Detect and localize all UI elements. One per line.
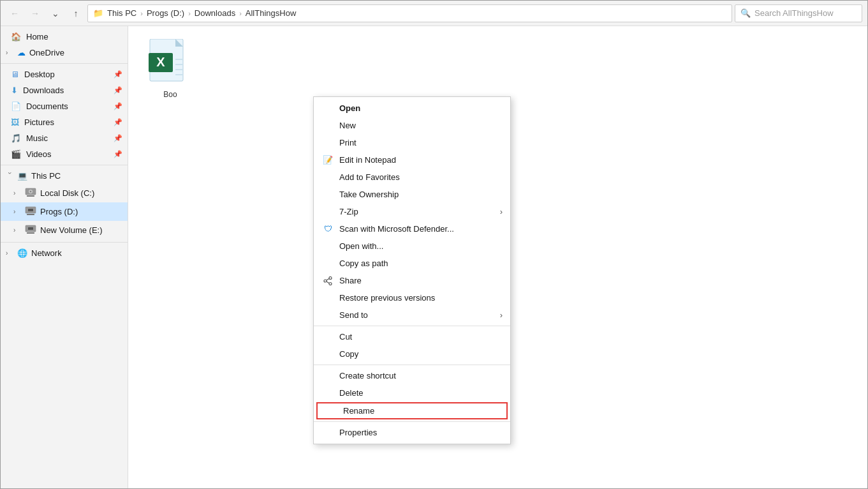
- sidebar-label-videos: Videos: [26, 149, 52, 159]
- cm-label-rename: Rename: [343, 406, 374, 416]
- sidebar-label-thispc: This PC: [31, 171, 61, 181]
- share-icon: [321, 276, 334, 285]
- forward-button[interactable]: →: [26, 4, 44, 22]
- cm-item-open-with[interactable]: Open with...: [314, 237, 510, 255]
- cm-label-add-favorites: Add to Favorites: [339, 172, 400, 182]
- chevron-onedrive: ›: [6, 49, 13, 56]
- cm-item-share[interactable]: Share: [314, 272, 510, 289]
- defender-icon: 🛡: [321, 224, 334, 234]
- cm-label-cut: Cut: [339, 332, 352, 342]
- address-part-downloads: Downloads: [195, 8, 235, 18]
- sidebar-label-network: Network: [31, 248, 62, 258]
- svg-rect-1: [27, 195, 34, 197]
- search-bar[interactable]: 🔍 Search AllThingsHow: [735, 4, 862, 22]
- cm-label-7zip: 7-Zip: [339, 207, 358, 216]
- cm-item-rename[interactable]: Rename: [316, 402, 508, 419]
- progsd-icon: [25, 206, 36, 218]
- recent-button[interactable]: ⌄: [47, 4, 64, 22]
- cm-item-cut[interactable]: Cut: [314, 328, 510, 345]
- videos-icon: 🎬: [11, 149, 21, 159]
- content-area: X Boo Open New P: [128, 26, 867, 488]
- sidebar-item-pictures[interactable]: 🖼 Pictures 📌: [1, 114, 128, 130]
- svg-point-20: [324, 280, 327, 282]
- cm-label-copy-path: Copy as path: [339, 259, 388, 268]
- cm-item-print[interactable]: Print: [314, 134, 510, 151]
- divider-1: [1, 63, 128, 64]
- sidebar-item-localc[interactable]: › Local Disk (C:): [1, 184, 128, 202]
- chevron-localc: ›: [13, 190, 21, 197]
- cm-label-new: New: [339, 121, 356, 130]
- chevron-thispc: ›: [6, 172, 13, 180]
- cm-item-add-favorites[interactable]: Add to Favorites: [314, 169, 510, 186]
- cm-item-open[interactable]: Open: [314, 100, 510, 117]
- sidebar-label-progsd: Progs (D:): [40, 207, 78, 216]
- network-icon: 🌐: [17, 248, 27, 258]
- onedrive-icon: ☁: [17, 48, 26, 57]
- sidebar-label-onedrive: OneDrive: [29, 48, 64, 57]
- sidebar-label-localc: Local Disk (C:): [40, 188, 94, 198]
- address-part-thispc: This PC: [107, 8, 136, 18]
- address-bar[interactable]: 📁 This PC › Progs (D:) › Downloads › All…: [87, 4, 732, 22]
- sidebar-item-desktop[interactable]: 🖥 Desktop 📌: [1, 66, 128, 82]
- svg-line-23: [327, 282, 329, 283]
- desktop-icon: 🖥: [11, 70, 19, 79]
- cm-label-restore-versions: Restore previous versions: [339, 293, 435, 303]
- cm-item-scan-defender[interactable]: 🛡 Scan with Microsoft Defender...: [314, 220, 510, 237]
- cm-label-print: Print: [339, 138, 357, 147]
- sidebar-item-videos[interactable]: 🎬 Videos 📌: [1, 146, 128, 162]
- localc-icon: [25, 187, 36, 199]
- back-button[interactable]: ←: [6, 4, 24, 22]
- cm-label-create-shortcut: Create shortcut: [339, 371, 396, 380]
- pin-icon-music: 📌: [114, 134, 122, 142]
- home-icon: 🏠: [11, 32, 21, 41]
- svg-point-19: [329, 276, 332, 279]
- sidebar-item-downloads[interactable]: ⬇ Downloads 📌: [1, 82, 128, 98]
- sidebar: 🏠 Home › ☁ OneDrive 🖥 Desktop 📌 ⬇ Downlo…: [1, 26, 128, 488]
- cm-label-open: Open: [339, 103, 360, 113]
- svg-line-22: [327, 278, 329, 280]
- cm-item-properties[interactable]: Properties: [314, 424, 510, 441]
- sidebar-item-thispc[interactable]: › 💻 This PC: [1, 168, 128, 184]
- cm-item-edit-notepad[interactable]: 📝 Edit in Notepad: [314, 151, 510, 169]
- cm-divider-1: [314, 326, 510, 326]
- cm-item-7zip[interactable]: 7-Zip: [314, 203, 510, 220]
- sidebar-item-home[interactable]: 🏠 Home: [1, 29, 128, 45]
- cm-divider-2: [314, 365, 510, 365]
- cm-divider-3: [314, 421, 510, 422]
- cm-label-scan-defender: Scan with Microsoft Defender...: [339, 224, 454, 234]
- cm-label-send-to: Send to: [339, 310, 368, 320]
- sidebar-label-home: Home: [26, 32, 48, 41]
- cm-item-new[interactable]: New: [314, 117, 510, 134]
- address-part-allthingshow: AllThingsHow: [246, 8, 296, 18]
- cm-item-copy[interactable]: Copy: [314, 345, 510, 363]
- chevron-progsd: ›: [13, 208, 21, 215]
- svg-point-21: [329, 282, 332, 285]
- sidebar-label-music: Music: [26, 133, 48, 143]
- thispc-icon: 💻: [17, 171, 27, 181]
- pin-icon-pictures: 📌: [114, 118, 122, 126]
- up-button[interactable]: ↑: [67, 4, 85, 22]
- svg-text:X: X: [156, 55, 165, 69]
- cm-item-take-ownership[interactable]: Take Ownership: [314, 186, 510, 203]
- file-label: Boo: [163, 90, 177, 99]
- address-part-progs: Progs (D:): [147, 8, 184, 18]
- sep3: ›: [239, 10, 242, 17]
- sidebar-item-progsd[interactable]: › Progs (D:): [1, 202, 128, 221]
- sidebar-item-network[interactable]: › 🌐 Network: [1, 245, 128, 261]
- sidebar-label-downloads: Downloads: [23, 86, 64, 95]
- downloads-icon: ⬇: [11, 86, 18, 95]
- newe-icon: [25, 224, 36, 236]
- cm-item-restore-versions[interactable]: Restore previous versions: [314, 289, 510, 306]
- cm-item-create-shortcut[interactable]: Create shortcut: [314, 367, 510, 384]
- sidebar-item-music[interactable]: 🎵 Music 📌: [1, 130, 128, 146]
- cm-item-copy-path[interactable]: Copy as path: [314, 255, 510, 272]
- cm-item-delete[interactable]: Delete: [314, 384, 510, 402]
- file-item[interactable]: X Boo: [138, 36, 202, 102]
- cm-item-send-to[interactable]: Send to: [314, 306, 510, 324]
- sidebar-item-newe[interactable]: › New Volume (E:): [1, 221, 128, 239]
- sidebar-item-documents[interactable]: 📄 Documents 📌: [1, 98, 128, 114]
- notepad-icon: 📝: [321, 155, 334, 165]
- pin-icon-downloads: 📌: [114, 86, 122, 94]
- sidebar-item-onedrive[interactable]: › ☁ OneDrive: [1, 45, 128, 61]
- pin-icon-desktop: 📌: [114, 70, 122, 79]
